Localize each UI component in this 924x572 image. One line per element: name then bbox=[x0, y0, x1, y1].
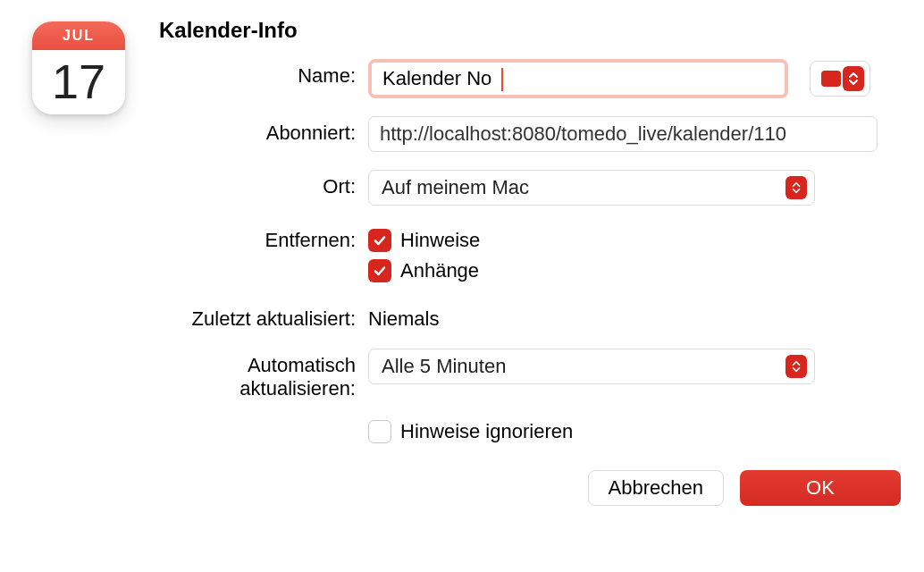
section-title: Kalender-Info bbox=[159, 18, 924, 43]
calendar-icon-month: JUL bbox=[32, 21, 125, 50]
remove-hints-checkbox[interactable] bbox=[368, 229, 391, 252]
calendar-app-icon: JUL 17 bbox=[32, 16, 136, 506]
remove-attachments-checkbox[interactable] bbox=[368, 259, 391, 282]
color-swatch bbox=[821, 71, 841, 87]
cancel-button[interactable]: Abbrechen bbox=[588, 470, 724, 506]
auto-update-value: Alle 5 Minuten bbox=[382, 355, 506, 378]
last-updated-label: Zuletzt aktualisiert: bbox=[136, 302, 368, 331]
remove-hints-label: Hinweise bbox=[400, 229, 480, 252]
calendar-info-dialog: JUL 17 Kalender-Info Name: bbox=[0, 0, 924, 522]
location-label: Ort: bbox=[136, 170, 368, 198]
auto-update-label: Automatisch aktualisieren: bbox=[136, 349, 368, 400]
calendar-icon-day: 17 bbox=[32, 50, 125, 114]
color-stepper-icon bbox=[843, 66, 864, 91]
text-cursor bbox=[501, 68, 503, 91]
ignore-hints-checkbox[interactable] bbox=[368, 420, 391, 443]
auto-update-select[interactable]: Alle 5 Minuten bbox=[368, 349, 815, 384]
name-input[interactable] bbox=[381, 66, 776, 91]
color-picker[interactable] bbox=[810, 61, 870, 97]
name-label: Name: bbox=[136, 59, 368, 88]
updown-icon bbox=[785, 176, 807, 199]
subscribed-url-field[interactable]: http://localhost:8080/tomedo_live/kalend… bbox=[368, 116, 878, 152]
remove-attachments-label: Anhänge bbox=[400, 259, 479, 282]
last-updated-value: Niemals bbox=[368, 302, 439, 331]
location-select[interactable]: Auf meinem Mac bbox=[368, 170, 815, 206]
name-field-wrapper[interactable] bbox=[368, 59, 788, 98]
remove-label: Entfernen: bbox=[136, 223, 368, 252]
location-value: Auf meinem Mac bbox=[382, 176, 529, 199]
ok-button[interactable]: OK bbox=[740, 470, 901, 506]
updown-icon bbox=[785, 355, 807, 378]
subscribed-label: Abonniert: bbox=[136, 116, 368, 145]
ignore-hints-label: Hinweise ignorieren bbox=[400, 420, 573, 443]
